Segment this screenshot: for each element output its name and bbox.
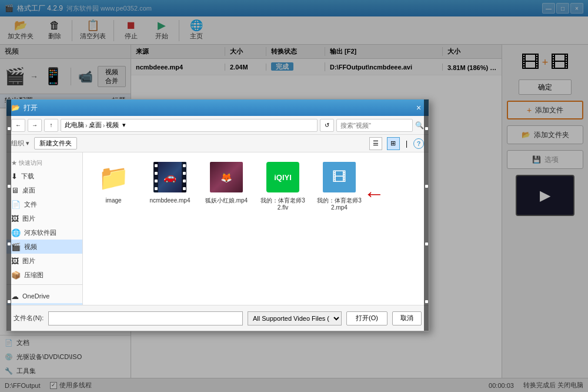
sidebar-item-images2[interactable]: 🖼 图片 xyxy=(6,254,82,268)
dialog-title-bar: 📂 打开 × xyxy=(6,99,429,116)
folder-icon-wrap: 📁 xyxy=(93,160,133,195)
open-button[interactable]: 打开(O) xyxy=(346,311,387,325)
images2-label: 图片 xyxy=(22,257,35,265)
hole-8 xyxy=(183,187,186,190)
iqiyi-thumbnail: iQIYI xyxy=(266,162,299,192)
red-arrow: → xyxy=(363,181,385,206)
hole-6 xyxy=(183,172,186,175)
breadcrumb-pc: 此电脑 xyxy=(65,121,84,129)
video-sidebar-label: 视频 xyxy=(24,242,37,251)
search-icon: 🔍 xyxy=(415,121,424,129)
help-btn[interactable]: ? xyxy=(413,138,424,149)
sidebar-item-zip[interactable]: 📦 压缩图 xyxy=(6,268,82,282)
hdsoft-icon: 🌐 xyxy=(11,228,21,237)
hole-14 xyxy=(425,185,428,188)
file-item-image[interactable]: 📁 image xyxy=(90,160,137,211)
desktop-label: 桌面 xyxy=(22,186,35,195)
hole-5 xyxy=(183,164,186,167)
new-folder-btn[interactable]: 新建文件夹 xyxy=(34,137,77,150)
hdsoft-label: 河东软件园 xyxy=(24,228,56,237)
sidebar-item-pics[interactable]: 🖼 图片 xyxy=(6,211,82,225)
file-name-mp4: 我的：体育老师32.mp4 xyxy=(316,197,363,211)
nav-up-btn[interactable]: ↑ xyxy=(44,119,58,132)
dialog-footer: 文件名(N): All Supported Video Files (*. 打开… xyxy=(6,305,429,331)
fox-icon: 🦊 xyxy=(220,172,232,183)
sidebar-item-downloads[interactable]: ⬇ 下载 xyxy=(6,169,82,183)
hole-2 xyxy=(155,172,158,175)
quick-access-header: ★ 快速访问 xyxy=(6,157,82,169)
dialog-close-button[interactable]: × xyxy=(413,102,424,113)
breadcrumb-dropdown-icon[interactable]: ▾ xyxy=(122,121,126,129)
file-name-ncmb: ncmbdeee.mp4 xyxy=(150,197,191,204)
downloads-icon: ⬇ xyxy=(11,172,18,181)
doc-film: 🎞 xyxy=(332,169,346,185)
dialog-title: 打开 xyxy=(24,103,38,113)
pics-icon: 🖼 xyxy=(11,214,19,223)
breadcrumb-sep-2: › xyxy=(103,122,105,129)
hole-7 xyxy=(183,180,186,182)
file-name-flv: 我的：体育老师32.flv xyxy=(259,197,306,211)
file-item-mp4[interactable]: 🎞 我的：体育老师32.mp4 xyxy=(316,160,363,211)
organize-label: 组织 ▾ xyxy=(11,139,29,148)
dialog-title-left: 📂 打开 xyxy=(11,103,38,113)
car-icon: 🚗 xyxy=(163,171,176,184)
sidebar-item-hdsoft[interactable]: 🌐 河东软件园 xyxy=(6,225,82,240)
film-strip-left xyxy=(153,162,158,192)
downloads-label: 下载 xyxy=(21,172,34,181)
breadcrumb-desktop: 桌面 xyxy=(89,121,102,129)
hole-1 xyxy=(155,164,158,167)
view-icons-btn[interactable]: ⊞ xyxy=(387,137,400,150)
hole-4 xyxy=(155,187,158,190)
filename-input[interactable] xyxy=(48,311,243,325)
sidebar-item-docs[interactable]: 📄 文件 xyxy=(6,197,82,211)
mp4-icon-wrap: 🎞 xyxy=(319,160,359,195)
file-name-huye: 狐妖小红娘.mp4 xyxy=(205,197,248,204)
filetype-select[interactable]: All Supported Video Files (*. xyxy=(248,311,342,325)
file-item-huye[interactable]: 🦊 狐妖小红娘.mp4 xyxy=(203,160,250,211)
hole-3 xyxy=(155,180,158,182)
onedrive-label: OneDrive xyxy=(22,293,49,300)
file-item-ncmb[interactable]: 🚗 ncmbdeee.mp4 xyxy=(146,160,193,211)
sidebar-item-onedrive[interactable]: ☁ OneDrive xyxy=(6,289,82,303)
file-item-flv[interactable]: iQIYI 我的：体育老师32.flv xyxy=(259,160,306,211)
breadcrumb-videos: 视频 xyxy=(106,121,119,129)
cancel-button[interactable]: 取消 xyxy=(392,311,422,325)
view-sep: | xyxy=(406,139,407,148)
view-list-btn[interactable]: ☰ xyxy=(369,137,382,150)
file-open-dialog: 📂 打开 × ← → ↑ 此电脑 › 桌面 › 视频 ▾ ↺ 🔍 组织 xyxy=(6,99,429,331)
mp4-thumbnail: 🎞 xyxy=(323,162,356,192)
docs-icon: 📄 xyxy=(11,200,21,209)
sidebar-divider xyxy=(6,284,82,289)
dialog-nav: ← → ↑ 此电脑 › 桌面 › 视频 ▾ ↺ 🔍 xyxy=(6,116,429,135)
film-strip-right xyxy=(182,162,186,192)
dialog-toolbar: 组织 ▾ 新建文件夹 ☰ ⊞ | ? xyxy=(6,135,429,152)
desktop-icon: 🖥 xyxy=(11,186,19,195)
video-sidebar-icon: 🎬 xyxy=(11,242,21,251)
zip-icon: 📦 xyxy=(11,271,21,280)
hole-15 xyxy=(425,242,428,245)
ncmb-thumbnail: 🚗 xyxy=(153,162,186,192)
nav-refresh-btn[interactable]: ↺ xyxy=(320,119,334,132)
flv-icon-wrap: iQIYI xyxy=(263,160,303,195)
pics-label: 图片 xyxy=(22,214,35,223)
sidebar-item-desktop[interactable]: 🖥 桌面 xyxy=(6,183,82,197)
huye-thumbnail: 🦊 xyxy=(210,162,243,192)
iqiyi-text: iQIYI xyxy=(274,173,292,182)
sidebar-item-video[interactable]: 🎬 视频 xyxy=(6,240,82,254)
dialog-file-grid: 📁 image 🚗 xyxy=(83,152,429,305)
dialog-folder-icon: 📂 xyxy=(11,104,20,112)
nav-back-btn[interactable]: ← xyxy=(11,119,25,132)
nav-forward-btn[interactable]: → xyxy=(28,119,42,132)
dialog-body: ★ 快速访问 ⬇ 下载 🖥 桌面 📄 文件 🖼 图片 xyxy=(6,152,429,305)
breadcrumb-sep-1: › xyxy=(85,122,88,129)
zip-label: 压缩图 xyxy=(24,271,44,280)
docs-label: 文件 xyxy=(24,200,37,209)
film-strip-right2 xyxy=(424,152,429,305)
folder-icon: 📁 xyxy=(98,163,129,192)
dialog-sidebar: ★ 快速访问 ⬇ 下载 🖥 桌面 📄 文件 🖼 图片 xyxy=(6,152,83,305)
ncmb-icon-wrap: 🚗 xyxy=(150,160,190,195)
search-input[interactable] xyxy=(336,119,413,132)
onedrive-icon: ☁ xyxy=(11,292,19,301)
breadcrumb: 此电脑 › 桌面 › 视频 ▾ xyxy=(61,119,318,132)
file-name-image: image xyxy=(105,197,121,204)
